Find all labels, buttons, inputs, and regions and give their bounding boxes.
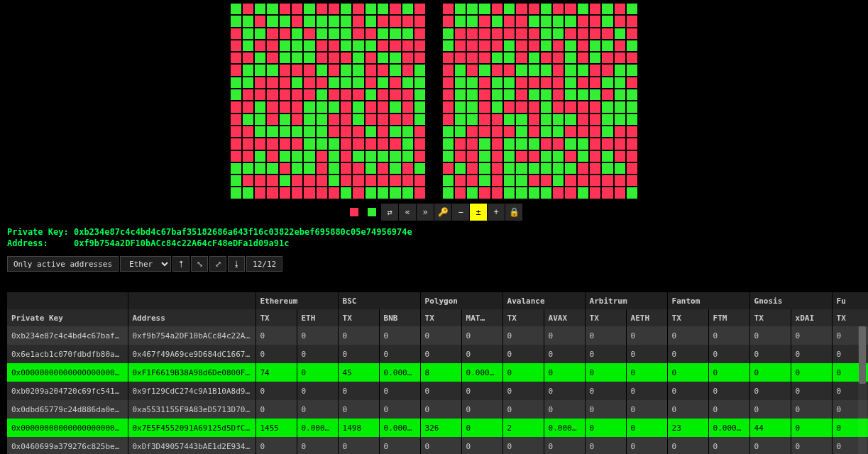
column-header[interactable]: Address [128, 309, 256, 326]
bit-cell[interactable] [365, 101, 377, 113]
bit-cell[interactable] [589, 187, 601, 199]
bit-cell[interactable] [340, 126, 352, 138]
bit-cell[interactable] [528, 64, 540, 76]
bit-cell[interactable] [528, 52, 540, 64]
bit-cell[interactable] [340, 150, 352, 162]
bit-cell[interactable] [316, 40, 328, 52]
bit-cell[interactable] [577, 162, 589, 175]
bit-cell[interactable] [230, 15, 242, 27]
bit-cell[interactable] [242, 15, 254, 27]
bit-cell[interactable] [478, 138, 490, 150]
bit-cell[interactable] [626, 101, 638, 113]
column-header[interactable]: AVAX [544, 309, 585, 326]
bit-cell[interactable] [466, 114, 478, 126]
bit-cell[interactable] [442, 114, 454, 126]
bit-cell[interactable] [377, 52, 389, 64]
bit-cell[interactable] [279, 126, 291, 138]
bit-cell[interactable] [589, 126, 601, 138]
bit-cell[interactable] [230, 162, 242, 175]
table-scrollbar[interactable] [858, 326, 867, 454]
bit-cell[interactable] [626, 40, 638, 52]
bit-cell[interactable] [564, 77, 576, 89]
bit-cell[interactable] [377, 162, 389, 175]
bit-cell[interactable] [540, 64, 552, 76]
bit-cell[interactable] [414, 52, 426, 64]
bit-cell[interactable] [242, 138, 254, 150]
bit-cell[interactable] [230, 101, 242, 113]
bit-cell[interactable] [454, 52, 466, 64]
bit-cell[interactable] [316, 150, 328, 162]
bit-cell[interactable] [365, 126, 377, 138]
bit-cell[interactable] [601, 126, 613, 138]
bit-cell[interactable] [365, 15, 377, 27]
bit-cell[interactable] [614, 52, 626, 64]
bit-cell[interactable] [552, 126, 564, 138]
bit-cell[interactable] [303, 64, 315, 76]
bit-cell[interactable] [454, 40, 466, 52]
bit-cell[interactable] [291, 138, 303, 150]
bit-cell[interactable] [266, 150, 278, 162]
bit-cell[interactable] [402, 114, 414, 126]
bit-cell[interactable] [242, 101, 254, 113]
bit-cell[interactable] [230, 3, 242, 15]
bit-cell[interactable] [564, 187, 576, 199]
bit-cell[interactable] [626, 175, 638, 187]
bit-cell[interactable] [626, 64, 638, 76]
currency-select[interactable]: Ether [120, 256, 171, 272]
bit-cell[interactable] [389, 52, 401, 64]
upload-button[interactable]: ⭱ [172, 256, 189, 272]
bit-cell[interactable] [279, 52, 291, 64]
bit-cell[interactable] [466, 126, 478, 138]
bit-cell[interactable] [491, 77, 503, 89]
bit-cell[interactable] [515, 77, 527, 89]
bit-cell[interactable] [442, 15, 454, 27]
bit-cell[interactable] [564, 138, 576, 150]
column-header[interactable]: MAT… [461, 309, 502, 326]
bit-cell[interactable] [291, 175, 303, 187]
minus-button[interactable]: − [452, 204, 469, 221]
bit-cell[interactable] [279, 101, 291, 113]
bit-cell[interactable] [340, 28, 352, 40]
bit-cell[interactable] [279, 77, 291, 89]
bit-cell[interactable] [279, 138, 291, 150]
bit-cell[interactable] [626, 3, 638, 15]
table-row[interactable]: 0xb0209a204720c69fc541b80…0x9f129CdC274c… [7, 382, 868, 400]
bit-cell[interactable] [266, 101, 278, 113]
bit-cell[interactable] [303, 150, 315, 162]
bit-cell[interactable] [414, 89, 426, 101]
bit-cell[interactable] [377, 40, 389, 52]
bit-cell[interactable] [466, 162, 478, 175]
bit-cell[interactable] [577, 175, 589, 187]
bit-cell[interactable] [491, 175, 503, 187]
bit-cell[interactable] [503, 64, 515, 76]
bit-cell[interactable] [540, 175, 552, 187]
bit-cell[interactable] [442, 138, 454, 150]
bit-cell[interactable] [577, 40, 589, 52]
bit-cell[interactable] [442, 162, 454, 175]
bit-cell[interactable] [414, 64, 426, 76]
bit-cell[interactable] [552, 114, 564, 126]
bit-cell[interactable] [242, 150, 254, 162]
bit-cell[interactable] [230, 52, 242, 64]
bit-cell[interactable] [491, 52, 503, 64]
bit-cell[interactable] [291, 15, 303, 27]
bit-cell[interactable] [414, 162, 426, 175]
bit-cell[interactable] [589, 15, 601, 27]
bit-cell[interactable] [414, 138, 426, 150]
bit-cell[interactable] [515, 187, 527, 199]
bit-cell[interactable] [303, 40, 315, 52]
bit-cell[interactable] [614, 77, 626, 89]
bit-cell[interactable] [478, 28, 490, 40]
bit-cell[interactable] [352, 77, 364, 89]
bit-cell[interactable] [491, 187, 503, 199]
bit-cell[interactable] [230, 150, 242, 162]
download-button[interactable]: ⭳ [228, 256, 245, 272]
bit-cell[interactable] [491, 89, 503, 101]
bit-cell[interactable] [316, 15, 328, 27]
bit-cell[interactable] [279, 114, 291, 126]
column-header[interactable]: ETH [297, 309, 338, 326]
bit-cell[interactable] [377, 89, 389, 101]
bit-cell[interactable] [291, 3, 303, 15]
bit-cell[interactable] [601, 28, 613, 40]
bit-cell[interactable] [328, 3, 340, 15]
